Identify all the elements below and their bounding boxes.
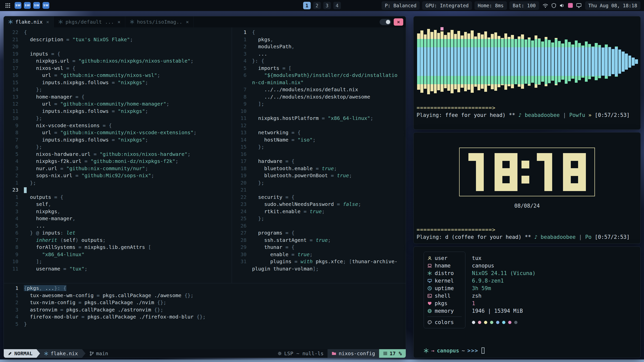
clock-center: 08/08/24	[417, 135, 637, 209]
visualizer-bar	[528, 76, 531, 84]
visualizer-bar	[464, 47, 467, 76]
buffer-close-button[interactable]: ×	[394, 18, 403, 26]
visualizer-bar	[484, 39, 487, 47]
clock-pixel	[537, 153, 545, 161]
code-text: sudo.wheelNeedsPassword = false;	[252, 201, 361, 207]
visualizer-bar	[615, 47, 618, 47]
code-text: } @ inputs: let	[24, 230, 75, 236]
tabline: flake.nix × pkgs/default ... × hosts/iso…	[4, 16, 406, 27]
code-line: n-cd-minimal.nix"	[232, 79, 406, 86]
code-line: 7 inherit (self) outputs;	[4, 237, 232, 244]
visualizer-bar	[424, 47, 427, 76]
volume-icon[interactable]	[559, 3, 565, 8]
code-text: programs = {	[252, 230, 295, 236]
workspace-1-button[interactable]: 1	[303, 2, 311, 9]
display-tray-icon[interactable]	[576, 3, 582, 8]
fetch-window[interactable]: user hname distro kernel	[413, 246, 641, 358]
tag-2-button[interactable]: SW	[24, 2, 31, 9]
tab-close-icon[interactable]: ×	[46, 19, 49, 25]
nix-icon	[44, 351, 48, 356]
spacer	[472, 315, 536, 319]
code-line: 8 url = "github:nix-community/nix-vscode…	[4, 129, 232, 136]
tag-3-button[interactable]: SW	[33, 2, 40, 9]
workspace-2-button[interactable]: 2	[313, 2, 321, 9]
visualizer-bar	[494, 84, 497, 91]
palette-dot	[514, 321, 517, 324]
chevron-icon: »	[588, 112, 595, 118]
visualizer-bar	[434, 47, 437, 76]
palette-dot	[508, 321, 511, 324]
workspace-4-button[interactable]: 4	[333, 2, 341, 9]
visualizer-bar	[588, 44, 591, 47]
visualizer-bar	[437, 84, 440, 90]
tab-pkgs-default[interactable]: pkgs/default ... ×	[54, 16, 125, 27]
visualizer-bar	[484, 47, 487, 76]
visualizer-bar	[498, 39, 501, 47]
visualizer-bar	[471, 76, 474, 84]
music-visualizer-window[interactable]: ======================> Playing: ffee fo…	[413, 16, 641, 130]
line-number: 27	[232, 230, 247, 236]
clock-pixel	[502, 168, 510, 176]
tab-flake-nix[interactable]: flake.nix ×	[4, 16, 54, 27]
visualizer-bar	[457, 31, 460, 39]
line-number: 24	[232, 208, 247, 214]
tag-4-button[interactable]: SW	[43, 2, 49, 9]
line-number: 18	[4, 58, 18, 64]
line-number: 8	[4, 129, 18, 135]
clock-pixel	[468, 153, 476, 161]
tab-close-icon[interactable]: ×	[117, 19, 120, 25]
visualizer-bar	[498, 47, 501, 76]
editor-pane-flake[interactable]: 22{21 description = "tux's NixOS Flake";…	[4, 27, 232, 283]
app-launcher-icon[interactable]	[4, 3, 12, 8]
visualizer-bar	[464, 84, 467, 91]
visualizer-bar	[605, 44, 608, 47]
fetch-label: hname	[435, 263, 451, 269]
neovim-window[interactable]: flake.nix × pkgs/default ... × hosts/iso…	[4, 16, 406, 358]
tab-close-icon[interactable]: ×	[186, 19, 189, 25]
color-picker-tray-icon[interactable]	[568, 3, 573, 8]
fetch-row-pkgs: pkgs	[427, 300, 465, 307]
visualizer-bar	[511, 39, 514, 47]
visualizer-bar	[440, 31, 444, 39]
tag-1-button[interactable]: SW	[15, 2, 21, 9]
code-line: 17 hardware = {	[232, 158, 406, 165]
code-line: 8 ../../modules/nixos/desktop/awesome	[232, 93, 406, 101]
clock-pixel	[521, 176, 529, 184]
visualizer-bar	[608, 76, 611, 76]
wifi-icon[interactable]	[543, 3, 548, 8]
editor-pane-isoimage[interactable]: 1{1 pkgs,2 modulesPath,3 ...4}: {5 impor…	[232, 27, 406, 283]
laptop-icon	[427, 263, 432, 268]
visualizer-bar	[568, 42, 571, 47]
fetch-value-hname: canopus	[472, 262, 536, 269]
visualizer-bar	[430, 47, 433, 76]
visualizer-bar	[474, 36, 477, 39]
visualizer-bar	[595, 47, 598, 76]
clock-pixel	[563, 176, 571, 184]
shield-icon[interactable]	[551, 3, 556, 8]
code-text: thunar = {	[252, 244, 295, 250]
visualizer-bar	[434, 30, 437, 39]
buffer-toggle-switch[interactable]	[380, 19, 391, 25]
visualizer-bar	[467, 33, 470, 39]
visualizer-bar	[528, 84, 531, 86]
visualizer-bar	[541, 47, 544, 76]
visualizer-bar	[591, 47, 594, 76]
visualizer-bar	[521, 84, 524, 89]
code-line: 4 home-manager,	[4, 215, 232, 222]
visualizer-bar	[568, 76, 571, 81]
visualizer-bar	[581, 76, 584, 78]
shell-prompt[interactable]: → canopus ~ >>>	[424, 347, 634, 354]
workspace-3-button[interactable]: 3	[323, 2, 331, 9]
clock-window[interactable]: 08/08/24 ======================> Playing…	[413, 132, 641, 244]
visualizer-bar	[447, 47, 450, 76]
code-line: 3 nur.url = "github:nix-community/nur";	[4, 165, 232, 172]
visualizer-bar	[561, 76, 564, 80]
editor-pane-pkgs-default[interactable]: 1{pkgs, ...}: {1 tux-awesome-wm-config =…	[4, 283, 406, 349]
tab-hosts-isoimage[interactable]: hosts/isoImag.. ×	[125, 16, 194, 27]
clock-pixel	[563, 183, 571, 191]
fetch-label: colors	[435, 319, 454, 325]
code-text: firefox-mod-blur = pkgs.callPackage ./fi…	[24, 314, 206, 320]
visualizer-bar	[504, 39, 507, 47]
palette-dot	[484, 321, 487, 324]
code-text: nixpkgs.hostPlatform = "x86_64-linux";	[252, 115, 373, 121]
